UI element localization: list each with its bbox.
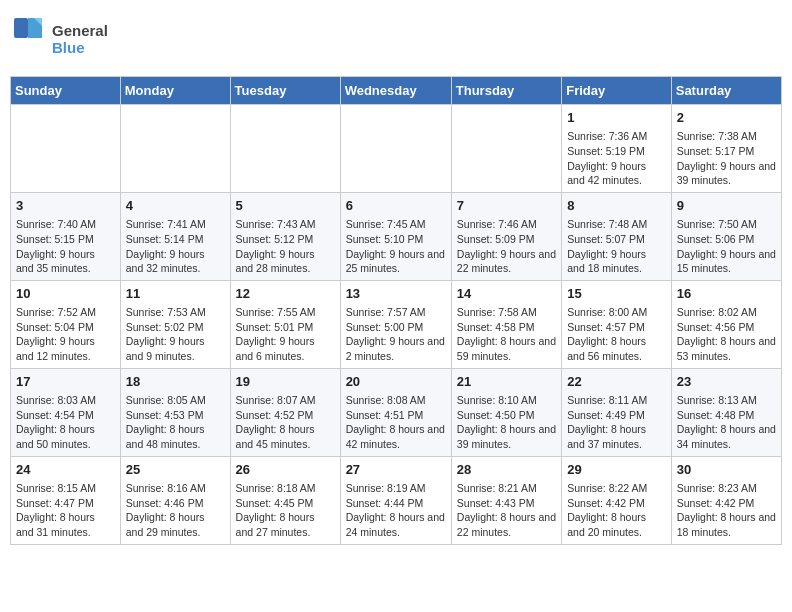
calendar-cell: 29Sunrise: 8:22 AM Sunset: 4:42 PM Dayli…: [562, 456, 672, 544]
day-info: Sunrise: 7:38 AM Sunset: 5:17 PM Dayligh…: [677, 130, 776, 186]
day-number: 17: [16, 373, 115, 391]
week-row-5: 24Sunrise: 8:15 AM Sunset: 4:47 PM Dayli…: [11, 456, 782, 544]
day-number: 27: [346, 461, 446, 479]
day-number: 25: [126, 461, 225, 479]
day-info: Sunrise: 8:02 AM Sunset: 4:56 PM Dayligh…: [677, 306, 776, 362]
day-number: 30: [677, 461, 776, 479]
calendar-cell: 13Sunrise: 7:57 AM Sunset: 5:00 PM Dayli…: [340, 280, 451, 368]
logo-svg-icon: [14, 18, 46, 60]
day-number: 5: [236, 197, 335, 215]
day-number: 3: [16, 197, 115, 215]
day-info: Sunrise: 7:46 AM Sunset: 5:09 PM Dayligh…: [457, 218, 556, 274]
day-header-wednesday: Wednesday: [340, 77, 451, 105]
day-info: Sunrise: 8:19 AM Sunset: 4:44 PM Dayligh…: [346, 482, 445, 538]
calendar-cell: [340, 105, 451, 193]
day-info: Sunrise: 8:10 AM Sunset: 4:50 PM Dayligh…: [457, 394, 556, 450]
calendar-cell: 21Sunrise: 8:10 AM Sunset: 4:50 PM Dayli…: [451, 368, 561, 456]
day-info: Sunrise: 8:08 AM Sunset: 4:51 PM Dayligh…: [346, 394, 445, 450]
day-header-friday: Friday: [562, 77, 672, 105]
day-number: 23: [677, 373, 776, 391]
logo: General Blue: [14, 18, 108, 60]
day-info: Sunrise: 8:23 AM Sunset: 4:42 PM Dayligh…: [677, 482, 776, 538]
day-info: Sunrise: 8:05 AM Sunset: 4:53 PM Dayligh…: [126, 394, 206, 450]
day-number: 26: [236, 461, 335, 479]
day-header-thursday: Thursday: [451, 77, 561, 105]
calendar-cell: 8Sunrise: 7:48 AM Sunset: 5:07 PM Daylig…: [562, 192, 672, 280]
calendar-cell: 10Sunrise: 7:52 AM Sunset: 5:04 PM Dayli…: [11, 280, 121, 368]
calendar-cell: [451, 105, 561, 193]
day-number: 12: [236, 285, 335, 303]
day-info: Sunrise: 8:07 AM Sunset: 4:52 PM Dayligh…: [236, 394, 316, 450]
day-number: 6: [346, 197, 446, 215]
calendar-cell: 6Sunrise: 7:45 AM Sunset: 5:10 PM Daylig…: [340, 192, 451, 280]
day-number: 24: [16, 461, 115, 479]
calendar-cell: [11, 105, 121, 193]
day-number: 2: [677, 109, 776, 127]
calendar-cell: 15Sunrise: 8:00 AM Sunset: 4:57 PM Dayli…: [562, 280, 672, 368]
logo-blue-text: Blue: [52, 39, 108, 56]
calendar-cell: 14Sunrise: 7:58 AM Sunset: 4:58 PM Dayli…: [451, 280, 561, 368]
day-number: 14: [457, 285, 556, 303]
day-info: Sunrise: 7:36 AM Sunset: 5:19 PM Dayligh…: [567, 130, 647, 186]
calendar-cell: 22Sunrise: 8:11 AM Sunset: 4:49 PM Dayli…: [562, 368, 672, 456]
calendar-cell: 2Sunrise: 7:38 AM Sunset: 5:17 PM Daylig…: [671, 105, 781, 193]
week-row-4: 17Sunrise: 8:03 AM Sunset: 4:54 PM Dayli…: [11, 368, 782, 456]
day-info: Sunrise: 7:41 AM Sunset: 5:14 PM Dayligh…: [126, 218, 206, 274]
week-row-3: 10Sunrise: 7:52 AM Sunset: 5:04 PM Dayli…: [11, 280, 782, 368]
day-info: Sunrise: 8:16 AM Sunset: 4:46 PM Dayligh…: [126, 482, 206, 538]
day-number: 8: [567, 197, 666, 215]
day-info: Sunrise: 7:55 AM Sunset: 5:01 PM Dayligh…: [236, 306, 316, 362]
day-info: Sunrise: 7:40 AM Sunset: 5:15 PM Dayligh…: [16, 218, 96, 274]
calendar-cell: 28Sunrise: 8:21 AM Sunset: 4:43 PM Dayli…: [451, 456, 561, 544]
calendar-cell: 24Sunrise: 8:15 AM Sunset: 4:47 PM Dayli…: [11, 456, 121, 544]
day-info: Sunrise: 7:53 AM Sunset: 5:02 PM Dayligh…: [126, 306, 206, 362]
calendar-cell: 11Sunrise: 7:53 AM Sunset: 5:02 PM Dayli…: [120, 280, 230, 368]
day-info: Sunrise: 8:00 AM Sunset: 4:57 PM Dayligh…: [567, 306, 647, 362]
calendar-cell: [230, 105, 340, 193]
calendar-cell: 9Sunrise: 7:50 AM Sunset: 5:06 PM Daylig…: [671, 192, 781, 280]
calendar-cell: [120, 105, 230, 193]
header: General Blue: [10, 10, 782, 68]
calendar-cell: 16Sunrise: 8:02 AM Sunset: 4:56 PM Dayli…: [671, 280, 781, 368]
calendar-cell: 12Sunrise: 7:55 AM Sunset: 5:01 PM Dayli…: [230, 280, 340, 368]
day-number: 1: [567, 109, 666, 127]
day-number: 19: [236, 373, 335, 391]
calendar-cell: 17Sunrise: 8:03 AM Sunset: 4:54 PM Dayli…: [11, 368, 121, 456]
day-number: 10: [16, 285, 115, 303]
day-info: Sunrise: 8:15 AM Sunset: 4:47 PM Dayligh…: [16, 482, 96, 538]
day-info: Sunrise: 8:21 AM Sunset: 4:43 PM Dayligh…: [457, 482, 556, 538]
day-number: 20: [346, 373, 446, 391]
calendar-cell: 18Sunrise: 8:05 AM Sunset: 4:53 PM Dayli…: [120, 368, 230, 456]
day-info: Sunrise: 8:22 AM Sunset: 4:42 PM Dayligh…: [567, 482, 647, 538]
calendar-cell: 30Sunrise: 8:23 AM Sunset: 4:42 PM Dayli…: [671, 456, 781, 544]
day-info: Sunrise: 7:48 AM Sunset: 5:07 PM Dayligh…: [567, 218, 647, 274]
day-number: 28: [457, 461, 556, 479]
day-number: 7: [457, 197, 556, 215]
day-info: Sunrise: 7:58 AM Sunset: 4:58 PM Dayligh…: [457, 306, 556, 362]
day-info: Sunrise: 7:52 AM Sunset: 5:04 PM Dayligh…: [16, 306, 96, 362]
day-info: Sunrise: 8:18 AM Sunset: 4:45 PM Dayligh…: [236, 482, 316, 538]
calendar-cell: 26Sunrise: 8:18 AM Sunset: 4:45 PM Dayli…: [230, 456, 340, 544]
logo-general-text: General: [52, 22, 108, 39]
day-number: 13: [346, 285, 446, 303]
calendar-cell: 5Sunrise: 7:43 AM Sunset: 5:12 PM Daylig…: [230, 192, 340, 280]
day-header-saturday: Saturday: [671, 77, 781, 105]
day-info: Sunrise: 7:43 AM Sunset: 5:12 PM Dayligh…: [236, 218, 316, 274]
day-number: 9: [677, 197, 776, 215]
calendar-cell: 7Sunrise: 7:46 AM Sunset: 5:09 PM Daylig…: [451, 192, 561, 280]
day-info: Sunrise: 7:50 AM Sunset: 5:06 PM Dayligh…: [677, 218, 776, 274]
calendar-cell: 4Sunrise: 7:41 AM Sunset: 5:14 PM Daylig…: [120, 192, 230, 280]
day-info: Sunrise: 7:57 AM Sunset: 5:00 PM Dayligh…: [346, 306, 445, 362]
day-header-tuesday: Tuesday: [230, 77, 340, 105]
day-number: 18: [126, 373, 225, 391]
day-info: Sunrise: 7:45 AM Sunset: 5:10 PM Dayligh…: [346, 218, 445, 274]
calendar-cell: 1Sunrise: 7:36 AM Sunset: 5:19 PM Daylig…: [562, 105, 672, 193]
calendar: SundayMondayTuesdayWednesdayThursdayFrid…: [10, 76, 782, 545]
calendar-cell: 25Sunrise: 8:16 AM Sunset: 4:46 PM Dayli…: [120, 456, 230, 544]
day-number: 29: [567, 461, 666, 479]
svg-rect-0: [14, 18, 28, 38]
calendar-cell: 19Sunrise: 8:07 AM Sunset: 4:52 PM Dayli…: [230, 368, 340, 456]
day-info: Sunrise: 8:13 AM Sunset: 4:48 PM Dayligh…: [677, 394, 776, 450]
calendar-cell: 23Sunrise: 8:13 AM Sunset: 4:48 PM Dayli…: [671, 368, 781, 456]
calendar-cell: 27Sunrise: 8:19 AM Sunset: 4:44 PM Dayli…: [340, 456, 451, 544]
